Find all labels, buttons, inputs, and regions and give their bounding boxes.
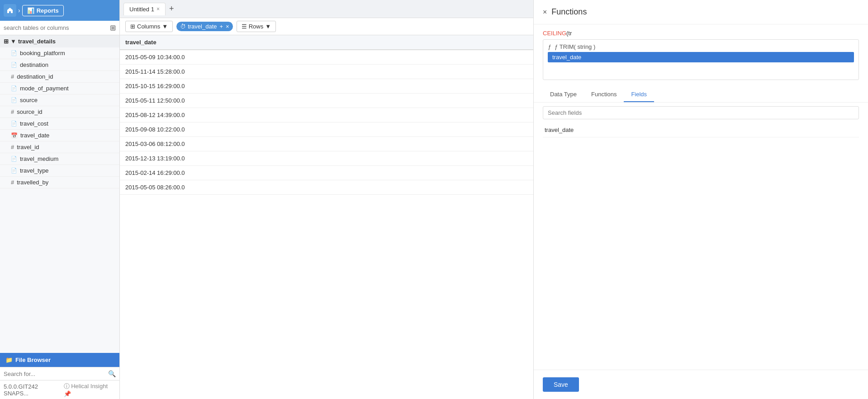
fields-area: travel_date bbox=[534, 103, 868, 370]
table-col-header: travel_date bbox=[120, 35, 533, 50]
data-table: travel_date 2015-05-09 10:34:00.02015-11… bbox=[120, 35, 533, 195]
text-icon: 📄 bbox=[11, 121, 17, 127]
text-icon: 📄 bbox=[11, 85, 17, 91]
grid-view-icon[interactable]: ⊞ bbox=[110, 23, 116, 32]
active-col-label: travel_date bbox=[188, 23, 217, 30]
column-item[interactable]: 📄mode_of_payment bbox=[0, 83, 119, 94]
table-name: travel_details bbox=[18, 38, 56, 45]
table-row: 2015-09-08 10:22:00.0 bbox=[120, 122, 533, 137]
fields-search-input[interactable] bbox=[543, 106, 859, 119]
active-column-badge: ⏱ travel_date + × bbox=[176, 22, 233, 31]
active-col-add-icon[interactable]: + bbox=[220, 23, 223, 30]
table-row: 2015-05-09 10:34:00.0 bbox=[120, 50, 533, 65]
calendar-icon: 📅 bbox=[11, 132, 18, 139]
column-item[interactable]: 📄travel_medium bbox=[0, 153, 119, 165]
column-item[interactable]: #travel_id bbox=[0, 141, 119, 153]
tab-untitled[interactable]: Untitled 1 × bbox=[123, 3, 166, 15]
table-cell: 2015-08-12 14:39:00.0 bbox=[120, 108, 533, 122]
hash-icon: # bbox=[11, 73, 14, 80]
table-cell: 2015-03-06 08:12:00.0 bbox=[120, 137, 533, 151]
table-icon: ⊞ bbox=[4, 38, 9, 45]
file-browser-button[interactable]: 📁 File Browser bbox=[0, 353, 119, 367]
table-cell: 2015-11-14 15:28:00.0 bbox=[120, 65, 533, 79]
panel-close-button[interactable]: × bbox=[543, 8, 547, 16]
table-row: 2015-12-13 13:19:00.0 bbox=[120, 151, 533, 166]
formula-label: CEILING(tr bbox=[543, 30, 859, 37]
column-name: source bbox=[20, 97, 38, 103]
search-for-input[interactable] bbox=[4, 371, 106, 377]
column-name: booking_platform bbox=[20, 50, 65, 56]
active-col-icon: ⏱ bbox=[180, 23, 186, 30]
save-button[interactable]: Save bbox=[543, 377, 579, 392]
table-cell: 2015-02-14 16:29:00.0 bbox=[120, 166, 533, 180]
columns-dropdown-icon: ▼ bbox=[162, 23, 168, 30]
column-name: travel_cost bbox=[20, 120, 48, 127]
formula-prefix: CEILING bbox=[543, 30, 566, 37]
tab-fields[interactable]: Fields bbox=[624, 87, 654, 102]
rows-label: Rows bbox=[249, 23, 264, 30]
reports-button[interactable]: 📊 Reports bbox=[22, 5, 64, 16]
table-tree: ⊞ ▼ travel_details 📄booking_platform📄des… bbox=[0, 35, 119, 353]
column-item[interactable]: 📄destination bbox=[0, 59, 119, 71]
right-panel: × Functions CEILING(tr ƒ ƒ TRIM( string … bbox=[533, 0, 868, 399]
text-icon: 📄 bbox=[11, 97, 17, 103]
text-icon: 📄 bbox=[11, 62, 17, 68]
table-cell: 2015-05-11 12:50:00.0 bbox=[120, 94, 533, 108]
columns-icon: ⊞ bbox=[130, 23, 135, 30]
active-col-remove-button[interactable]: × bbox=[226, 23, 229, 30]
pin-icon: 📌 bbox=[64, 390, 71, 397]
tab-close-button[interactable]: × bbox=[157, 6, 160, 12]
table-cell: 2015-10-15 16:29:00.0 bbox=[120, 79, 533, 94]
column-item[interactable]: 📄booking_platform bbox=[0, 47, 119, 59]
rows-dropdown-icon: ▼ bbox=[265, 23, 271, 30]
columns-label: Columns bbox=[137, 23, 160, 30]
info-icon: ⓘ bbox=[64, 383, 70, 390]
formula-trim: ƒ ƒ TRIM( string ) bbox=[548, 43, 854, 50]
column-item[interactable]: #destination_id bbox=[0, 71, 119, 83]
hash-icon: # bbox=[11, 179, 14, 186]
formula-box[interactable]: ƒ ƒ TRIM( string ) travel_date bbox=[543, 39, 859, 80]
column-item[interactable]: 📄travel_cost bbox=[0, 118, 119, 130]
column-name: travel_medium bbox=[20, 155, 58, 162]
text-icon: 📄 bbox=[11, 156, 17, 162]
column-name: mode_of_payment bbox=[20, 85, 69, 92]
reports-icon: 📊 bbox=[27, 7, 34, 14]
table-cell: 2015-12-13 13:19:00.0 bbox=[120, 151, 533, 166]
data-area: travel_date 2015-05-09 10:34:00.02015-11… bbox=[120, 35, 533, 399]
file-browser-label: File Browser bbox=[15, 357, 51, 363]
table-row: 2015-11-14 15:28:00.0 bbox=[120, 65, 533, 79]
reports-label: Reports bbox=[37, 7, 59, 14]
tab-data-type[interactable]: Data Type bbox=[543, 87, 584, 102]
panel-footer: Save bbox=[534, 370, 868, 399]
panel-tabs: Data Type Functions Fields bbox=[534, 87, 868, 103]
topbar: › 📊 Reports bbox=[0, 0, 119, 21]
columns-button[interactable]: ⊞ Columns ▼ bbox=[125, 21, 173, 32]
hash-icon: # bbox=[11, 144, 14, 150]
toolbar: ⊞ Columns ▼ ⏱ travel_date + × ☰ Rows ▼ bbox=[120, 18, 533, 35]
table-row: 2015-05-11 12:50:00.0 bbox=[120, 94, 533, 108]
column-item[interactable]: 📄source bbox=[0, 94, 119, 106]
rows-button[interactable]: ☰ Rows ▼ bbox=[237, 21, 276, 32]
text-icon: 📄 bbox=[11, 168, 17, 174]
rows-icon: ☰ bbox=[242, 23, 247, 30]
function-icon: ƒ bbox=[548, 43, 551, 50]
breadcrumb-chevron: › bbox=[18, 7, 20, 14]
column-item[interactable]: 📄travel_type bbox=[0, 165, 119, 177]
table-row: 2015-05-05 08:26:00.0 bbox=[120, 180, 533, 195]
search-input[interactable] bbox=[4, 24, 108, 31]
table-header[interactable]: ⊞ ▼ travel_details bbox=[0, 35, 119, 47]
home-button[interactable] bbox=[4, 4, 16, 17]
table-body: 2015-05-09 10:34:00.02015-11-14 15:28:00… bbox=[120, 50, 533, 195]
column-item[interactable]: 📅travel_date bbox=[0, 130, 119, 141]
folder-icon: 📁 bbox=[5, 357, 13, 363]
field-item[interactable]: travel_date bbox=[543, 123, 859, 137]
table-row: 2015-03-06 08:12:00.0 bbox=[120, 137, 533, 151]
column-item[interactable]: #source_id bbox=[0, 106, 119, 118]
tab-functions[interactable]: Functions bbox=[584, 87, 624, 102]
formula-selected-field[interactable]: travel_date bbox=[548, 52, 854, 62]
tab-add-button[interactable]: + bbox=[167, 4, 176, 14]
search-button[interactable]: 🔍 bbox=[108, 370, 116, 377]
helical-insight-label: ⓘ Helical Insight 📌 bbox=[64, 382, 116, 397]
column-item[interactable]: #travelled_by bbox=[0, 177, 119, 188]
column-name: travel_type bbox=[20, 167, 49, 174]
